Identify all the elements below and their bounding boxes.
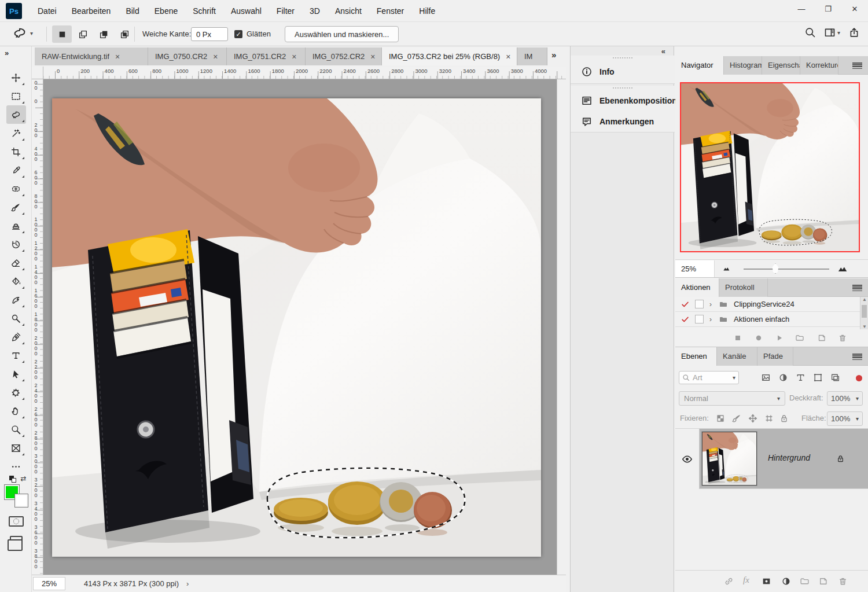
tool-lasso[interactable] bbox=[6, 105, 26, 124]
zoom-out-mountain-icon[interactable] bbox=[723, 264, 731, 273]
feather-input[interactable] bbox=[191, 27, 228, 41]
layer-row-hintergrund[interactable]: Hintergrund bbox=[675, 429, 868, 489]
intersect-selection-button[interactable] bbox=[115, 25, 134, 43]
toolbar-collapse-chevron[interactable]: » bbox=[5, 49, 9, 57]
tool-eraser[interactable] bbox=[6, 253, 26, 272]
dock-item-layer-comps[interactable]: Ebenenkomposition bbox=[571, 90, 675, 111]
new-action-icon[interactable] bbox=[817, 333, 826, 343]
layer-filter-select[interactable]: Art ▾ bbox=[679, 371, 739, 384]
filter-adjustment-layers-icon[interactable] bbox=[778, 373, 788, 383]
filter-smart-objects-icon[interactable] bbox=[830, 373, 840, 383]
trash-icon[interactable] bbox=[838, 333, 847, 343]
workspace-switcher[interactable]: ▾ bbox=[824, 27, 840, 38]
zoom-in-mountain-icon[interactable] bbox=[837, 263, 849, 274]
panel-menu-icon[interactable] bbox=[852, 354, 862, 360]
menu-3d[interactable]: 3D bbox=[302, 0, 328, 22]
status-zoom-field[interactable] bbox=[33, 577, 65, 590]
navigator-zoom-slider-thumb[interactable] bbox=[771, 263, 779, 274]
blend-mode-select[interactable]: Normal ▾ bbox=[679, 391, 785, 406]
tool-eyedropper[interactable] bbox=[6, 161, 26, 179]
tool-move[interactable] bbox=[6, 68, 26, 87]
actions-scrollbar[interactable]: ▲▼ bbox=[860, 297, 868, 329]
action-row[interactable]: ›ClippingService24 bbox=[675, 297, 868, 312]
new-group-folder-icon[interactable] bbox=[800, 576, 810, 586]
tool-hand[interactable] bbox=[6, 402, 26, 420]
panel-tab-korrekturen[interactable]: Korrekturen bbox=[800, 56, 838, 75]
tool-paint-bucket[interactable] bbox=[6, 272, 26, 291]
panel-tab-kanle[interactable]: Kanäle bbox=[717, 347, 757, 366]
horizontal-ruler[interactable]: 0200400600800100012001400160018002000220… bbox=[43, 67, 566, 79]
action-dialog-checkbox[interactable] bbox=[695, 315, 704, 323]
opacity-select[interactable]: 100% ▾ bbox=[827, 391, 863, 406]
adjustment-layer-icon[interactable] bbox=[781, 576, 791, 586]
dock-collapse-chevron[interactable]: « bbox=[661, 47, 665, 56]
chevron-right-icon[interactable]: › bbox=[709, 300, 712, 308]
document-canvas[interactable] bbox=[52, 98, 541, 557]
maximize-button[interactable]: ❐ bbox=[815, 0, 841, 17]
panel-tab-aktionen[interactable]: Aktionen bbox=[675, 278, 719, 297]
document-tab[interactable]: IMG_0753.CR2 bei 25% (RGB/8)× bbox=[382, 47, 517, 65]
filter-pixel-layers-icon[interactable] bbox=[761, 373, 771, 383]
vertical-ruler[interactable]: 2000200400600800100012001400160018002000… bbox=[32, 79, 43, 575]
navigator-zoom-field[interactable] bbox=[675, 260, 715, 277]
filter-type-layers-icon[interactable] bbox=[796, 373, 806, 383]
menu-filter[interactable]: Filter bbox=[269, 0, 302, 22]
layer-styles-fx-icon[interactable]: fx bbox=[743, 575, 749, 585]
layer-visibility-cell[interactable] bbox=[675, 429, 700, 489]
minimize-button[interactable]: — bbox=[788, 0, 815, 17]
share-icon[interactable] bbox=[848, 27, 860, 38]
menu-schrift[interactable]: Schrift bbox=[185, 0, 223, 22]
trash-icon[interactable] bbox=[838, 576, 848, 586]
menu-ansicht[interactable]: Ansicht bbox=[328, 0, 369, 22]
navigator-zoom-slider[interactable] bbox=[744, 269, 829, 270]
tool-history-brush[interactable] bbox=[6, 235, 26, 253]
tab-overflow-chevron[interactable]: » bbox=[551, 50, 556, 60]
link-layers-icon[interactable] bbox=[724, 576, 734, 586]
layer-filter-toggle[interactable] bbox=[856, 375, 862, 381]
new-action-set-folder-icon[interactable] bbox=[795, 333, 804, 343]
quick-mask-button[interactable] bbox=[9, 516, 24, 527]
subtract-from-selection-button[interactable] bbox=[94, 25, 113, 43]
action-row[interactable]: ›Aktionen einfach bbox=[675, 312, 868, 327]
tool-frame[interactable] bbox=[6, 439, 26, 457]
canvas-pasteboard[interactable] bbox=[43, 79, 566, 575]
panel-tab-navigator[interactable]: Navigator bbox=[675, 56, 724, 75]
tool-type[interactable] bbox=[6, 346, 26, 365]
default-colors-icon[interactable] bbox=[9, 476, 17, 483]
tool-zoom[interactable] bbox=[6, 420, 26, 439]
tool-path-selection[interactable] bbox=[6, 365, 26, 383]
tool-crop[interactable] bbox=[6, 142, 26, 161]
play-icon[interactable] bbox=[775, 333, 784, 343]
menu-ebene[interactable]: Ebene bbox=[147, 0, 185, 22]
panel-menu-icon[interactable] bbox=[852, 285, 862, 291]
tool-ellipsis[interactable] bbox=[6, 457, 26, 476]
lock-all-icon[interactable] bbox=[779, 414, 789, 423]
tool-brush[interactable] bbox=[6, 198, 26, 216]
menu-hilfe[interactable]: Hilfe bbox=[411, 0, 443, 22]
panel-menu-icon[interactable] bbox=[852, 62, 862, 69]
panel-tab-pfade[interactable]: Pfade bbox=[757, 347, 793, 366]
action-check-icon[interactable] bbox=[681, 315, 690, 323]
canvas-vertical-scrollbar[interactable] bbox=[557, 79, 566, 575]
fill-select[interactable]: 100% ▾ bbox=[827, 411, 863, 426]
dock-item-info[interactable]: Info bbox=[571, 60, 675, 83]
tool-rectangular-marquee[interactable] bbox=[6, 87, 26, 105]
panel-tab-protokoll[interactable]: Protokoll bbox=[719, 278, 768, 297]
tool-custom-shape[interactable] bbox=[6, 383, 26, 402]
lock-pixels-icon[interactable] bbox=[732, 414, 741, 423]
document-tab[interactable]: IMG_0752.CR2× bbox=[306, 47, 382, 65]
add-to-selection-button[interactable] bbox=[73, 25, 93, 43]
select-and-mask-button[interactable]: Auswählen und maskieren... bbox=[285, 26, 399, 42]
record-icon[interactable] bbox=[754, 333, 763, 343]
tool-pen[interactable] bbox=[6, 328, 26, 346]
close-icon[interactable]: × bbox=[370, 53, 375, 61]
tool-dodge[interactable] bbox=[6, 309, 26, 328]
layer-thumbnail[interactable] bbox=[702, 432, 757, 486]
panel-tab-histogramm[interactable]: Histogramm bbox=[724, 56, 762, 75]
document-tab[interactable]: IM bbox=[517, 47, 547, 65]
background-color-swatch[interactable] bbox=[15, 494, 28, 507]
menu-auswahl[interactable]: Auswahl bbox=[223, 0, 269, 22]
active-tool-preview[interactable]: ▾ bbox=[13, 26, 33, 40]
lock-transparency-icon[interactable] bbox=[716, 414, 725, 423]
document-tab[interactable]: IMG_0751.CR2× bbox=[227, 47, 306, 65]
